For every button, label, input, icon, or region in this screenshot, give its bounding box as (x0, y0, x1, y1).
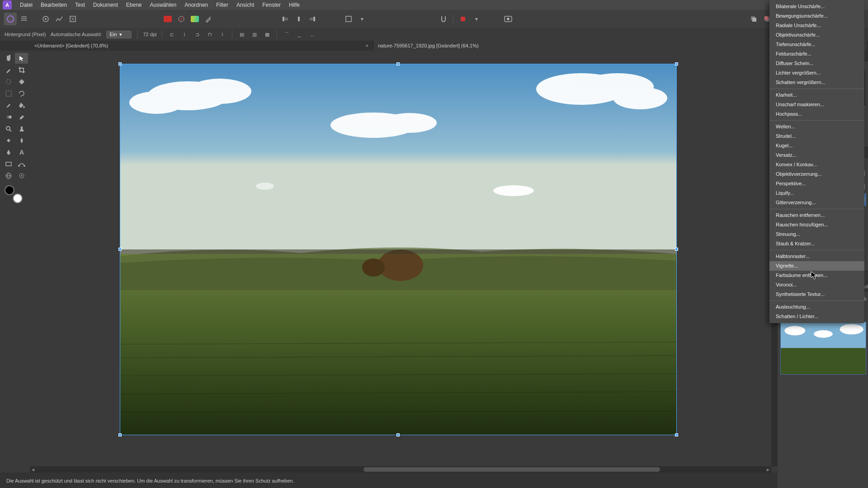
menu-item[interactable]: Objektivverzerrung... (769, 169, 864, 179)
target-tool-icon[interactable] (15, 170, 28, 181)
menu-item[interactable]: Kugel... (769, 141, 864, 150)
align-right-icon[interactable] (306, 13, 319, 25)
fill-tool-icon[interactable] (15, 100, 28, 111)
align-h-left-icon[interactable]: ⊏ (168, 30, 176, 38)
menu-item[interactable]: Liquify... (769, 188, 864, 198)
lock-icon[interactable] (457, 13, 469, 25)
menu-item[interactable]: Feldunschärfe... (769, 49, 864, 59)
snap-icon[interactable] (437, 13, 450, 25)
gradient-tool-icon[interactable] (2, 112, 15, 122)
menu-item[interactable]: Vignette... (769, 261, 864, 271)
quick-mask-icon[interactable] (502, 13, 514, 25)
node-tool-icon[interactable] (15, 159, 28, 169)
menu-item[interactable]: Wellen... (769, 122, 864, 131)
horizontal-scrollbar[interactable]: ◂ ▸ (30, 466, 771, 473)
menu-item[interactable]: Rauschen entfernen... (769, 211, 864, 220)
mesh-tool-icon[interactable] (2, 170, 15, 181)
zoom-tool-icon[interactable] (2, 123, 15, 134)
menu-select[interactable]: Auswählen (150, 2, 176, 8)
dist-right-icon[interactable]: ▦ (263, 30, 271, 38)
menu-item[interactable]: Versatz... (769, 150, 864, 160)
menu-item[interactable]: Rauschen hinzufügen... (769, 220, 864, 230)
color-swatches[interactable] (5, 185, 23, 203)
selection-brush-icon[interactable] (2, 76, 15, 87)
move-back-icon[interactable] (747, 13, 760, 25)
document-canvas[interactable] (120, 64, 676, 435)
valign-top-icon[interactable]: ⎴ (283, 30, 291, 38)
align-v-top-icon[interactable]: ⊓ (206, 30, 214, 38)
menu-item[interactable]: Perspektive... (769, 179, 864, 188)
lasso-tool-icon[interactable] (15, 88, 28, 99)
eraser-tool-icon[interactable] (15, 112, 28, 122)
shape-tool-icon[interactable] (2, 159, 15, 169)
menu-item[interactable]: Halbtonraster... (769, 252, 864, 261)
scroll-right-icon[interactable]: ▸ (765, 466, 771, 473)
menu-item[interactable]: Objektivunschärfe... (769, 30, 864, 40)
eyedropper-icon[interactable] (202, 13, 215, 25)
marquee-tool-icon[interactable] (2, 88, 15, 99)
align-v-middle-icon[interactable]: ⫲ (218, 30, 226, 38)
menu-filter[interactable]: Filter (216, 2, 228, 8)
chevron-down-icon[interactable]: ▾ (470, 13, 483, 25)
menu-window[interactable]: Fenster (262, 2, 281, 8)
menu-item[interactable]: Ausleuchtung... (769, 302, 864, 312)
menu-item[interactable]: Synthetisierte Textur... (769, 290, 864, 299)
menu-document[interactable]: Dokument (93, 2, 118, 8)
menu-item[interactable]: Schatten vergrößern... (769, 78, 864, 87)
valign-mid-icon[interactable]: ⎯ (295, 30, 303, 38)
menu-item[interactable]: Bewegungsunschärfe... (769, 11, 864, 21)
healing-tool-icon[interactable] (2, 135, 15, 146)
menu-layer[interactable]: Ebene (126, 2, 142, 8)
flood-select-icon[interactable] (15, 76, 28, 87)
menu-item[interactable]: Konvex / Konkav... (769, 160, 864, 169)
menu-item[interactable]: Gitterverzerrung... (769, 198, 864, 207)
foreground-color[interactable] (5, 185, 14, 195)
menu-arrange[interactable]: Anordnen (184, 2, 208, 8)
menu-file[interactable]: Datei (20, 2, 33, 8)
auto-select-dropdown[interactable]: Ein ▾ (106, 31, 132, 38)
move-tool-icon[interactable] (15, 53, 28, 64)
menu-item[interactable]: Schatten / Lichter... (769, 312, 864, 321)
menu-item[interactable]: Hochpass... (769, 109, 864, 119)
persona-export-icon[interactable] (66, 13, 79, 25)
menu-item[interactable]: Staub & Kratzer... (769, 239, 864, 249)
menu-item[interactable]: Unscharf maskieren... (769, 100, 864, 109)
chevron-down-icon[interactable]: ▾ (356, 13, 368, 25)
align-h-right-icon[interactable]: ⊐ (193, 30, 201, 38)
blur-tool-icon[interactable] (15, 135, 28, 146)
persona-photo-icon[interactable] (4, 13, 17, 25)
color-swatch-gradient[interactable] (189, 13, 201, 25)
navigator-preview[interactable] (779, 322, 866, 371)
menu-item[interactable]: Diffuser Schein... (769, 59, 864, 68)
menu-item[interactable]: Radiale Unschärfe... (769, 21, 864, 30)
menu-item[interactable]: Farbsäume entfernen... (769, 271, 864, 280)
menu-edit[interactable]: Bearbeiten (41, 2, 67, 8)
color-picker-tool-icon[interactable] (2, 65, 15, 75)
menu-view[interactable]: Ansicht (236, 2, 254, 8)
menu-item[interactable]: Bilaterale Unschärfe... (769, 2, 864, 11)
color-swatch-red[interactable] (161, 13, 174, 25)
brush-tool-icon[interactable] (2, 100, 15, 111)
valign-bot-icon[interactable]: ⎵ (308, 30, 316, 38)
menu-item[interactable]: Strudel... (769, 131, 864, 141)
menu-item[interactable]: Klarheit... (769, 90, 864, 100)
selection-mode-icon[interactable] (342, 13, 355, 25)
stamp-tool-icon[interactable] (15, 123, 28, 134)
align-left-icon[interactable] (279, 13, 292, 25)
align-center-icon[interactable] (292, 13, 305, 25)
crop-tool-icon[interactable] (15, 65, 28, 75)
text-tool-icon[interactable]: A (15, 147, 28, 158)
persona-tone-icon[interactable] (53, 13, 66, 25)
persona-liquify-icon[interactable] (18, 13, 30, 25)
background-color[interactable] (13, 193, 23, 203)
scroll-left-icon[interactable]: ◂ (30, 466, 36, 473)
hand-tool-icon[interactable] (2, 53, 15, 64)
menu-item[interactable]: Lichter vergrößern... (769, 68, 864, 78)
dist-left-icon[interactable]: ▤ (238, 30, 246, 38)
menu-item[interactable]: Streuung... (769, 230, 864, 239)
menu-text[interactable]: Text (75, 2, 85, 8)
menu-help[interactable]: Hilfe (289, 2, 300, 8)
dist-center-icon[interactable]: ▥ (250, 30, 259, 38)
close-icon[interactable]: × (366, 43, 368, 48)
scroll-thumb[interactable] (363, 467, 660, 472)
